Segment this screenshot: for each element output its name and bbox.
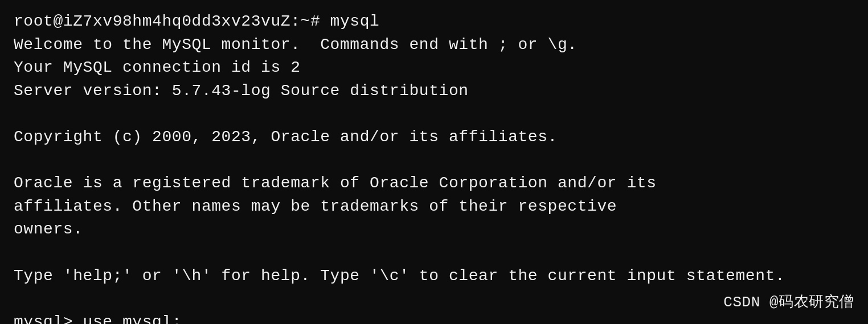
terminal-window: root@iZ7xv98hm4hq0dd3xv23vuZ:~# mysqlWel…: [0, 0, 868, 324]
terminal-line: [14, 241, 854, 265]
terminal-line: owners.: [14, 218, 854, 241]
terminal-line: Oracle is a registered trademark of Orac…: [14, 172, 854, 195]
terminal-line: [14, 149, 854, 173]
terminal-line: [14, 102, 854, 126]
terminal-line: Welcome to the MySQL monitor. Commands e…: [14, 34, 854, 57]
terminal-line: Server version: 5.7.43-log Source distri…: [14, 80, 854, 103]
terminal-line: root@iZ7xv98hm4hq0dd3xv23vuZ:~# mysql: [14, 10, 854, 34]
watermark: CSDN @码农研究僧: [723, 292, 854, 314]
terminal-line: affiliates. Other names may be trademark…: [14, 195, 854, 219]
terminal-output: root@iZ7xv98hm4hq0dd3xv23vuZ:~# mysqlWel…: [14, 10, 854, 324]
terminal-line: Copyright (c) 2000, 2023, Oracle and/or …: [14, 126, 854, 149]
terminal-line: Type 'help;' or '\h' for help. Type '\c'…: [14, 265, 854, 288]
terminal-line: Your MySQL connection id is 2: [14, 56, 854, 80]
